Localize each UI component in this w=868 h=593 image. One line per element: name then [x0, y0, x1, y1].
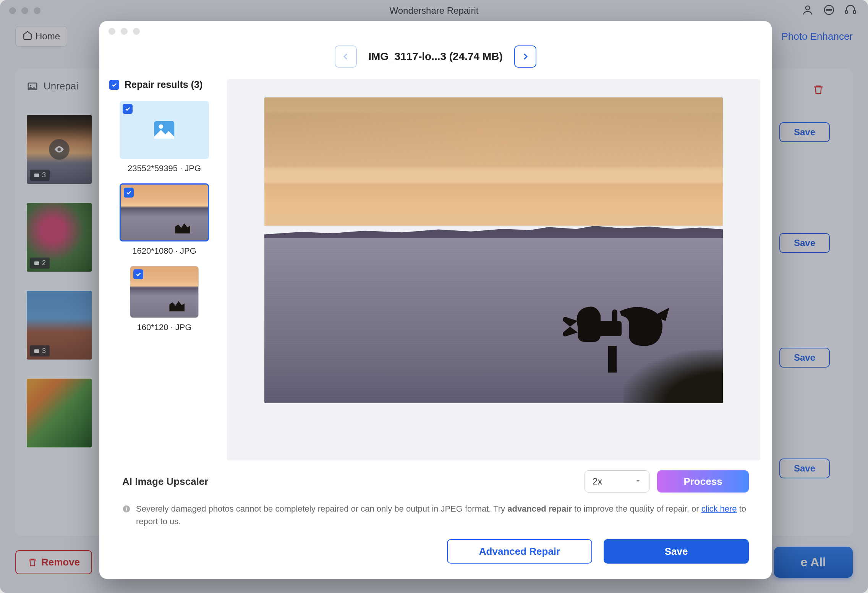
process-button[interactable]: Process	[657, 470, 749, 493]
scale-value: 2x	[593, 476, 602, 487]
svg-point-12	[159, 124, 163, 129]
modal-zoom[interactable]	[133, 28, 140, 35]
results-header: Repair results (3)	[109, 79, 219, 90]
svg-point-19	[126, 507, 127, 507]
chevron-down-icon	[635, 476, 641, 487]
svg-rect-14	[599, 321, 622, 336]
result-label: 1620*1080 · JPG	[109, 246, 219, 256]
select-all-checkbox[interactable]	[109, 80, 119, 90]
result-item-0[interactable]: 23552*59395 · JPG	[109, 101, 219, 173]
modal-footer: Advanced Repair Save	[99, 535, 772, 579]
result-label: 23552*59395 · JPG	[109, 164, 219, 173]
save-button[interactable]: Save	[604, 539, 749, 564]
sculpture-silhouette	[559, 288, 677, 373]
preview-pane	[227, 79, 760, 460]
notice-text: Severely damaged photos cannot be comple…	[136, 502, 749, 528]
results-title: Repair results (3)	[125, 79, 202, 90]
result-item-2[interactable]: 160*120 · JPG	[109, 266, 219, 332]
next-button[interactable]	[514, 45, 536, 68]
result-checkbox[interactable]	[133, 269, 143, 279]
scale-select[interactable]: 2x	[585, 470, 649, 493]
result-checkbox[interactable]	[123, 104, 133, 114]
modal-close[interactable]	[108, 28, 115, 35]
modal-traffic-lights	[99, 21, 772, 42]
preview-image	[264, 97, 723, 403]
result-label: 160*120 · JPG	[109, 322, 219, 332]
result-thumb-small	[130, 266, 199, 318]
result-item-1[interactable]: 1620*1080 · JPG	[109, 183, 219, 256]
result-thumb-selected	[120, 183, 209, 241]
svg-rect-13	[608, 346, 617, 373]
upscaler-title: AI Image Upscaler	[122, 476, 208, 488]
repair-results-modal: IMG_3117-lo...3 (24.74 MB) Repair result…	[99, 21, 772, 579]
advanced-repair-button[interactable]: Advanced Repair	[447, 539, 592, 564]
results-sidebar: Repair results (3) 23552*59395 · JPG 162…	[105, 79, 219, 460]
prev-button[interactable]	[335, 45, 357, 68]
file-title: IMG_3117-lo...3 (24.74 MB)	[368, 50, 503, 63]
modal-header: IMG_3117-lo...3 (24.74 MB)	[99, 42, 772, 79]
info-icon	[122, 504, 131, 517]
app-window: Wondershare Repairit Home Photo Enhancer…	[0, 0, 868, 593]
report-link[interactable]: click here	[701, 504, 737, 514]
image-placeholder-icon	[151, 117, 178, 143]
upscaler-bar: AI Image Upscaler 2x Process	[99, 460, 772, 502]
svg-rect-16	[612, 309, 617, 329]
svg-rect-18	[126, 508, 127, 510]
notice-bar: Severely damaged photos cannot be comple…	[99, 502, 772, 535]
result-thumb-placeholder	[120, 101, 209, 159]
modal-minimize[interactable]	[121, 28, 128, 35]
result-checkbox[interactable]	[124, 188, 134, 198]
